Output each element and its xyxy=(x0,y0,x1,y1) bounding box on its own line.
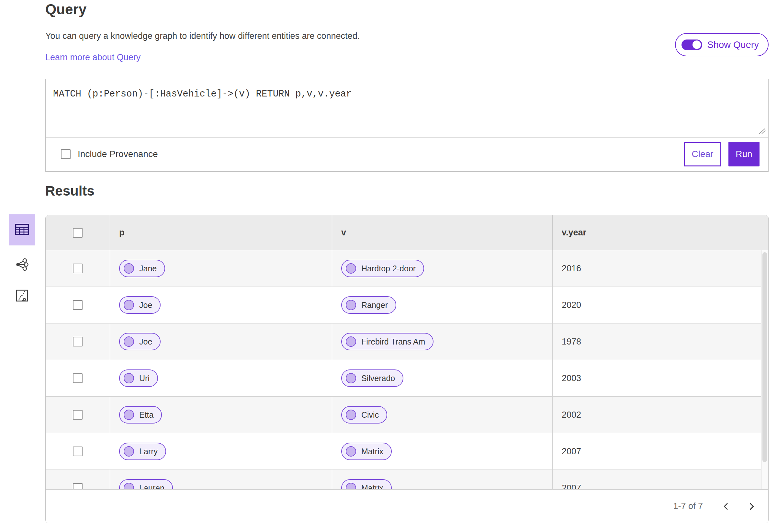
person-pill[interactable]: Etta xyxy=(119,406,162,424)
vehicle-pill[interactable]: Firebird Trans Am xyxy=(341,333,434,350)
row-checkbox[interactable] xyxy=(73,446,83,456)
row-checkbox[interactable] xyxy=(73,483,83,490)
node-icon xyxy=(346,483,356,490)
vehicle-pill[interactable]: Civic xyxy=(341,406,387,424)
include-provenance-checkbox[interactable] xyxy=(61,149,71,159)
person-pill[interactable]: Larry xyxy=(119,443,166,460)
vehicle-pill[interactable]: Ranger xyxy=(341,296,396,314)
row-checkbox[interactable] xyxy=(73,300,83,310)
person-pill-label: Etta xyxy=(139,410,153,420)
learn-more-link[interactable]: Learn more about Query xyxy=(45,52,140,63)
run-button[interactable]: Run xyxy=(729,142,760,167)
vehicle-pill[interactable]: Silverado xyxy=(341,369,404,387)
node-icon xyxy=(346,336,356,347)
include-provenance-label: Include Provenance xyxy=(78,149,158,159)
show-query-toggle[interactable]: Show Query xyxy=(675,33,769,56)
clear-button[interactable]: Clear xyxy=(684,142,721,167)
table-footer: 1-7 of 7 xyxy=(46,489,768,523)
person-pill-label: Joe xyxy=(139,301,152,310)
person-pill[interactable]: Joe xyxy=(119,333,160,350)
vehicle-pill[interactable]: Hardtop 2-door xyxy=(341,260,424,277)
vehicle-pill-label: Silverado xyxy=(361,374,395,383)
table-row: Etta Civic 2002 xyxy=(46,397,768,433)
vehicle-pill-label: Matrix xyxy=(361,484,383,490)
node-icon xyxy=(124,263,134,274)
results-table: p v v.year Jane Hardtop 2-door 2016 xyxy=(45,215,769,523)
vehicle-pill-label: Matrix xyxy=(361,447,383,456)
query-editor: MATCH (p:Person)-[:HasVehicle]->(v) RETU… xyxy=(46,79,768,138)
row-checkbox[interactable] xyxy=(73,337,83,346)
node-icon xyxy=(124,410,134,420)
view-switcher-rail xyxy=(9,214,35,308)
page-description: You can query a knowledge graph to ident… xyxy=(45,31,360,41)
column-header-p: p xyxy=(110,215,332,250)
graph-view-icon xyxy=(15,258,29,272)
scrollbar-thumb[interactable] xyxy=(762,252,767,462)
vehicle-pill-label: Firebird Trans Am xyxy=(361,337,425,346)
vehicle-pill[interactable]: Matrix xyxy=(341,443,392,460)
query-input[interactable]: MATCH (p:Person)-[:HasVehicle]->(v) RETU… xyxy=(46,79,768,137)
person-pill-label: Larry xyxy=(139,447,158,456)
node-icon xyxy=(346,446,356,456)
node-icon xyxy=(124,446,134,456)
chevron-right-icon xyxy=(747,502,756,511)
row-checkbox[interactable] xyxy=(73,410,83,420)
person-pill-label: Joe xyxy=(139,337,152,346)
vehicle-pill-label: Civic xyxy=(361,410,379,420)
node-icon xyxy=(124,300,134,310)
chevron-left-icon xyxy=(721,502,731,511)
vehicle-pill[interactable]: Matrix xyxy=(341,479,392,490)
node-icon xyxy=(124,373,134,384)
node-icon xyxy=(346,263,356,274)
node-icon xyxy=(346,410,356,420)
pagination-next-button[interactable] xyxy=(744,499,759,514)
results-title: Results xyxy=(45,183,95,199)
year-cell: 2003 xyxy=(552,360,768,396)
graph-view-button[interactable] xyxy=(9,253,35,277)
person-pill-label: Lauren xyxy=(139,484,164,490)
row-checkbox[interactable] xyxy=(73,374,83,383)
person-pill[interactable]: Lauren xyxy=(119,479,173,490)
person-pill[interactable]: Uri xyxy=(119,369,158,387)
query-editor-panel: MATCH (p:Person)-[:HasVehicle]->(v) RETU… xyxy=(45,79,769,172)
query-controls: Include Provenance Clear Run xyxy=(46,138,768,171)
person-pill-label: Uri xyxy=(139,374,149,383)
year-cell: 2016 xyxy=(552,250,768,287)
node-icon xyxy=(124,483,134,490)
toggle-knob xyxy=(692,40,701,49)
table-body: Jane Hardtop 2-door 2016 Joe Ranger xyxy=(46,250,768,490)
toggle-on-icon[interactable] xyxy=(681,39,702,50)
table-row: Uri Silverado 2003 xyxy=(46,360,768,397)
table-view-button[interactable] xyxy=(9,214,35,245)
table-row: Jane Hardtop 2-door 2016 xyxy=(46,250,768,287)
column-header-v-year: v.year xyxy=(552,215,768,250)
map-view-button[interactable] xyxy=(9,284,35,308)
table-row: Joe Ranger 2020 xyxy=(46,287,768,323)
query-page: Query You can query a knowledge graph to… xyxy=(0,0,777,532)
year-cell: 2007 xyxy=(552,433,768,469)
person-pill-label: Jane xyxy=(139,264,157,273)
node-icon xyxy=(346,300,356,310)
table-view-icon xyxy=(14,221,30,239)
main-content: Query You can query a knowledge graph to… xyxy=(45,0,769,532)
year-cell: 2020 xyxy=(552,287,768,323)
table-row: Lauren Matrix 2007 xyxy=(46,470,768,490)
vertical-scrollbar[interactable] xyxy=(761,250,768,490)
pagination-prev-button[interactable] xyxy=(719,499,733,514)
year-cell: 2007 xyxy=(552,470,768,490)
year-cell: 1978 xyxy=(552,323,768,360)
person-pill[interactable]: Joe xyxy=(119,296,160,314)
column-header-v: v xyxy=(332,215,552,250)
show-query-label: Show Query xyxy=(707,39,759,50)
person-pill[interactable]: Jane xyxy=(119,260,165,277)
table-row: Joe Firebird Trans Am 1978 xyxy=(46,323,768,360)
node-icon xyxy=(124,336,134,347)
pagination-range: 1-7 of 7 xyxy=(673,501,703,511)
resize-grip-icon[interactable] xyxy=(757,127,766,134)
map-view-icon xyxy=(15,289,29,303)
row-checkbox[interactable] xyxy=(73,263,83,273)
page-title: Query xyxy=(45,1,87,17)
select-all-checkbox[interactable] xyxy=(73,228,83,238)
vehicle-pill-label: Hardtop 2-door xyxy=(361,264,416,273)
table-header-row: p v v.year xyxy=(46,215,768,250)
